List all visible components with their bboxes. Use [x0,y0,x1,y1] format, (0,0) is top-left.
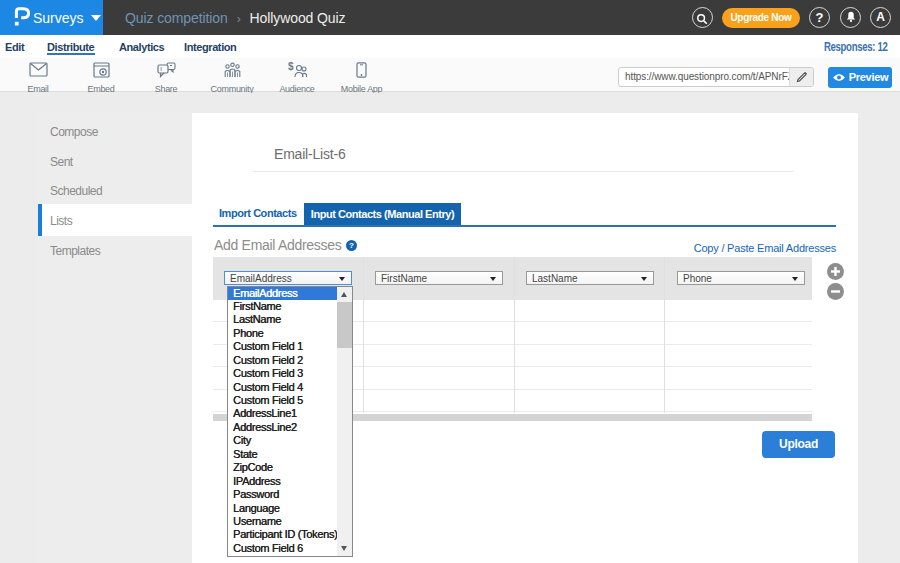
svg-text:$: $ [288,62,294,72]
